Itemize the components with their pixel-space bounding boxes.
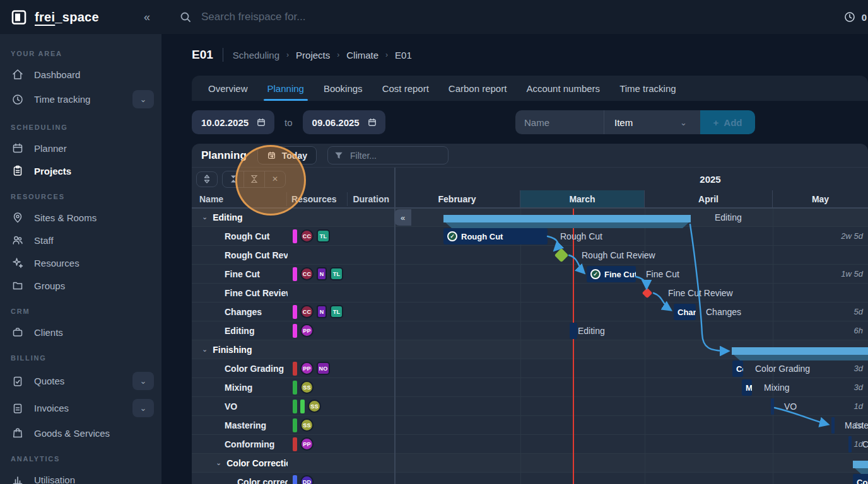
breadcrumb-item-projects[interactable]: Projects [296,50,330,60]
sidebar-item-invoices[interactable]: Invoices⌄ [0,395,161,422]
dependency-arrow [548,236,558,250]
capacity-bar [293,324,297,338]
sidebar-item-label: Groups [34,280,65,291]
calendar-icon [256,117,266,127]
clock-icon [11,93,25,107]
resource-badge[interactable]: DD [300,475,314,484]
tab-carbon-report[interactable]: Carbon report [449,76,507,101]
expand-all-button[interactable] [243,171,264,187]
history-clock-icon[interactable] [843,11,856,23]
chevron-down-icon[interactable]: ⌄ [202,213,208,221]
sidebar-item-label: Planner [34,143,67,154]
sidebar-item-quotes[interactable]: Quotes⌄ [0,367,161,395]
resource-badge[interactable]: SS [300,418,314,432]
chevron-down-icon[interactable]: ⌄ [202,345,208,354]
resource-badge[interactable]: TL [317,229,330,243]
sidebar-collapse-icon[interactable]: « [144,11,150,24]
plus-icon: + [713,117,719,128]
gantt-task-bar[interactable] [570,323,577,339]
resource-badge[interactable]: SS [308,400,321,413]
gantt-summary-bar[interactable] [732,347,868,355]
resource-badge[interactable]: CC [300,229,314,243]
resource-badge[interactable]: PP [300,437,314,451]
row-name: Conforming [225,439,274,449]
search-input[interactable] [200,10,467,24]
sidebar-item-projects[interactable]: Projects [0,159,161,182]
resource-badge[interactable]: CC [300,267,314,280]
resource-badge[interactable]: PP [300,362,314,375]
item-name-input[interactable] [515,110,604,134]
gantt-task-bar[interactable]: ✓Rough Cut [443,228,548,245]
resource-badge[interactable]: N [317,305,327,318]
gantt-milestone[interactable] [554,248,569,263]
capacity-bar [293,400,297,413]
resource-badge[interactable]: TL [330,305,343,318]
gantt-task-bar[interactable]: Color Grading [732,360,743,377]
breadcrumb-item-climate[interactable]: Climate [346,50,378,60]
tab-overview[interactable]: Overview [208,76,248,101]
breadcrumb-item-scheduling[interactable]: Scheduling [233,50,279,60]
resource-badge[interactable]: CC [300,305,314,318]
gantt-task-bar[interactable]: ✓Fine Cut [587,266,636,282]
sidebar-item-sites-rooms[interactable]: Sites & Rooms [0,206,161,229]
resource-badge[interactable]: PP [300,324,314,337]
resource-badge[interactable]: TL [330,267,343,280]
chevron-down-icon[interactable]: ⌄ [132,372,154,390]
sidebar-item-resources[interactable]: Resources [0,251,161,274]
resource-badge[interactable]: NO [317,362,330,375]
capacity-bar [293,475,297,484]
gantt-task-bar[interactable]: Mixing [742,379,752,396]
tab-planning[interactable]: Planning [267,76,304,101]
tab-time-tracking[interactable]: Time tracking [619,76,676,101]
gantt-task-bar[interactable] [771,398,774,415]
chevron-down-icon[interactable]: ⌄ [216,459,221,467]
tab-cost-report[interactable]: Cost report [382,76,429,101]
resource-badge[interactable]: SS [300,381,314,394]
date-from-field[interactable]: 10.02.2025 [192,110,274,134]
sidebar-item-utilisation[interactable]: Utilisation [0,468,161,484]
sidebar-item-label: Sites & Rooms [34,212,97,223]
capacity-bar [293,418,297,432]
date-to-field[interactable]: 09.06.2025 [303,110,385,134]
gantt-bar-label: Editing [578,325,605,337]
sidebar-item-groups[interactable]: Groups [0,274,161,297]
gantt-task-bar[interactable] [848,436,852,452]
chevron-down-icon[interactable]: ⌄ [132,90,154,108]
gantt-task-bar[interactable]: Changes [674,304,696,320]
sidebar-item-label: Projects [34,166,71,176]
tab-bookings[interactable]: Bookings [324,76,363,101]
capacity-bar [293,267,297,281]
row-resources: CCNTL [293,302,343,321]
sidebar-item-time-tracking[interactable]: Time tracking⌄ [0,86,161,113]
filter-input[interactable] [349,150,440,161]
date-to-value: 09.06.2025 [312,117,360,128]
sidebar-item-dashboard[interactable]: Dashboard [0,63,161,86]
unfold-rows-button[interactable] [196,171,218,187]
collapse-table-button[interactable]: « [394,209,411,226]
breadcrumb-item-e01[interactable]: E01 [395,50,412,60]
date-from-value: 10.02.2025 [201,117,249,128]
tab-account-numbers[interactable]: Account numbers [526,76,600,101]
brand-name: frei_space [35,10,99,25]
sidebar-item-planner[interactable]: Planner [0,137,161,159]
check-circle-icon: ✓ [447,231,457,241]
sidebar-item-staff[interactable]: Staff [0,229,161,251]
gantt-milestone[interactable] [642,288,653,299]
add-button[interactable]: + Add [700,110,755,134]
sidebar-item-label: Invoices [34,403,69,413]
gantt-summary-bar[interactable] [853,461,868,468]
item-type-select[interactable]: Item ⌄ [604,110,700,134]
gantt-task-bar[interactable] [831,417,835,434]
gantt-bar-label: Rough Cut Review [582,249,655,262]
collapse-all-button[interactable] [223,171,243,187]
today-button[interactable]: Today [257,146,317,164]
sidebar-item-clients[interactable]: Clients [0,321,161,343]
gantt-task-bar[interactable]: Color correction [853,474,868,484]
gantt-summary-bar[interactable] [443,215,691,222]
today-label: Today [282,151,307,161]
sidebar-item-goods-services[interactable]: Goods & Services [0,422,161,444]
chevron-down-icon[interactable]: ⌄ [132,399,154,417]
resource-badge[interactable]: N [317,267,327,280]
planning-panel-header: Planning Today [192,144,868,168]
close-button[interactable]: ✕ [264,171,285,187]
